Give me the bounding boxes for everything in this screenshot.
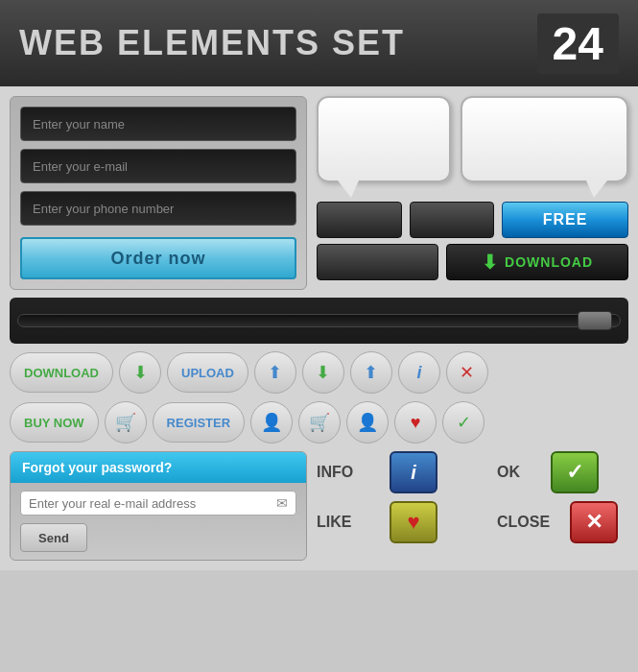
password-panel: Forgot your password? ✉ Send — [10, 451, 307, 561]
free-button[interactable]: FREE — [502, 202, 628, 238]
download-action-button[interactable]: DOWNLOAD — [10, 352, 113, 393]
buy-now-button[interactable]: BUY NOW — [10, 402, 99, 443]
speech-bubble-right — [461, 96, 628, 182]
info-ok-row: INFO i OK ✓ — [317, 451, 628, 493]
info-i-label: i — [411, 462, 416, 484]
buy-now-label: BUY NOW — [24, 416, 84, 430]
action-row-2: BUY NOW 🛒 REGISTER 👤 🛒 👤 ♥ ✓ — [10, 401, 628, 444]
send-button[interactable]: Send — [20, 523, 87, 552]
slider-area — [10, 298, 628, 344]
close-red-button[interactable]: ✕ — [570, 501, 618, 543]
like-yellow-button[interactable]: ♥ — [390, 501, 437, 543]
cart-icon-btn2[interactable]: 🛒 — [298, 401, 341, 444]
heart-icon-btn[interactable]: ♥ — [394, 401, 437, 444]
person-icon2: 👤 — [357, 412, 378, 433]
email-input-row: ✉ — [20, 491, 296, 516]
dark-button-small2[interactable] — [410, 202, 495, 238]
bubbles-area: FREE ⬇ DOWNLOAD — [317, 96, 628, 290]
close-icon-btn-small[interactable]: ✕ — [446, 351, 488, 394]
close-text-label: CLOSE — [497, 514, 555, 531]
info-panel: INFO i OK ✓ LIKE ♥ CLOSE ✕ — [317, 451, 628, 561]
register-button[interactable]: REGISTER — [153, 402, 245, 443]
header-number: 24 — [537, 13, 619, 74]
person-icon: 👤 — [261, 412, 282, 433]
password-body: ✉ Send — [11, 483, 306, 560]
dark-button-small[interactable] — [317, 202, 402, 238]
download-icon-btn2[interactable]: ⬇ — [302, 351, 344, 394]
action-row-1: DOWNLOAD ⬇ UPLOAD ⬆ ⬇ ⬆ i ✕ — [10, 351, 628, 394]
like-text-label: LIKE — [317, 514, 374, 531]
ok-text-label: OK — [497, 464, 535, 481]
download-action-label: DOWNLOAD — [24, 366, 99, 380]
like-close-row: LIKE ♥ CLOSE ✕ — [317, 501, 628, 543]
close-x-label: ✕ — [585, 510, 603, 535]
bubbles-row — [317, 96, 628, 182]
check-icon-btn[interactable]: ✓ — [442, 401, 484, 444]
dark-button-wide[interactable] — [317, 244, 438, 280]
top-section: Order now FREE ⬇ DOWNLOAD — [10, 96, 628, 290]
email-input[interactable] — [20, 149, 296, 183]
info-i-icon: i — [416, 363, 421, 383]
close-x-icon: ✕ — [460, 362, 474, 383]
order-button[interactable]: Order now — [20, 237, 296, 279]
forgot-password-label: Forgot your password? — [22, 460, 172, 475]
upload-action-button[interactable]: UPLOAD — [167, 352, 248, 393]
register-icon-btn[interactable]: 👤 — [250, 401, 293, 444]
main-content: Order now FREE ⬇ DOWNLOAD — [0, 86, 638, 570]
download-icon-btn[interactable]: ⬇ — [119, 351, 161, 394]
register-label: REGISTER — [167, 416, 230, 430]
top-buttons-row: FREE — [317, 202, 628, 238]
recovery-email-input[interactable] — [29, 496, 271, 511]
bottom-section: Forgot your password? ✉ Send INFO i OK — [10, 451, 628, 561]
name-input[interactable] — [20, 107, 296, 141]
download-label: DOWNLOAD — [505, 254, 593, 270]
person-icon-btn2[interactable]: 👤 — [346, 401, 389, 444]
speech-bubble-left — [317, 96, 451, 182]
phone-input[interactable] — [20, 191, 296, 226]
bottom-buttons-row: ⬇ DOWNLOAD — [317, 244, 628, 280]
ok-green-button[interactable]: ✓ — [551, 451, 599, 493]
form-panel: Order now — [10, 96, 307, 290]
upload-icon-btn2[interactable]: ⬆ — [350, 351, 392, 394]
heart-icon: ♥ — [411, 413, 421, 433]
download-chevron-icon2: ⬇ — [316, 362, 330, 383]
info-blue-button[interactable]: i — [390, 451, 437, 493]
upload-action-label: UPLOAD — [181, 366, 234, 380]
shopping-cart-icon2: 🛒 — [309, 412, 330, 433]
slider-track[interactable] — [17, 314, 621, 327]
upload-cloud-icon2: ⬆ — [364, 362, 378, 383]
ok-check-icon: ✓ — [566, 460, 583, 485]
header: WEB ELEMENTS SET 24 — [0, 0, 638, 86]
checkmark-icon: ✓ — [457, 412, 471, 433]
like-heart-icon: ♥ — [407, 510, 419, 535]
info-icon-btn-small[interactable]: i — [398, 351, 440, 394]
download-chevron-icon: ⬇ — [133, 362, 148, 383]
upload-icon-btn[interactable]: ⬆ — [254, 351, 296, 394]
upload-cloud-icon: ⬆ — [268, 362, 282, 383]
download-button[interactable]: ⬇ DOWNLOAD — [446, 244, 628, 280]
shopping-cart-icon: 🛒 — [115, 412, 136, 433]
info-text-label: INFO — [317, 464, 374, 481]
email-envelope-icon: ✉ — [276, 495, 288, 511]
header-title: WEB ELEMENTS SET — [19, 23, 405, 63]
slider-thumb[interactable] — [578, 311, 612, 330]
download-arrow-icon: ⬇ — [482, 251, 499, 274]
password-header: Forgot your password? — [11, 452, 306, 483]
cart-icon-btn[interactable]: 🛒 — [105, 401, 147, 444]
